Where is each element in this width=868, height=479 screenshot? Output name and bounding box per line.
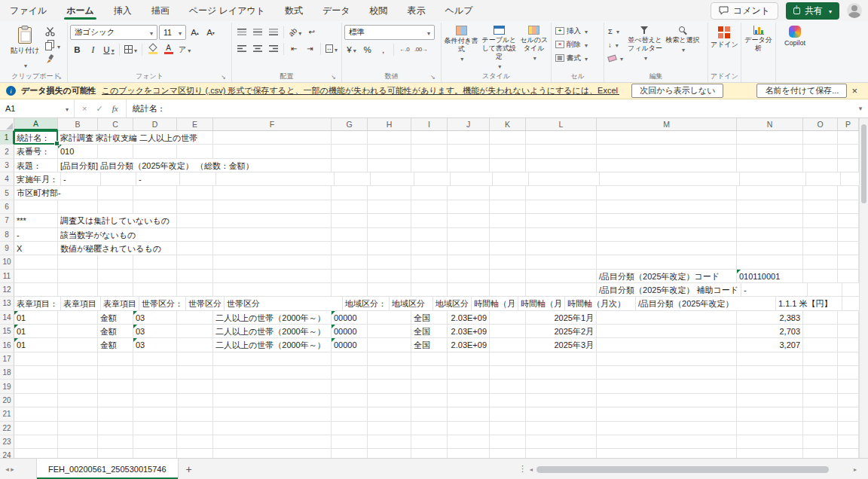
cell-K22[interactable]	[490, 422, 526, 435]
cell-I4[interactable]	[414, 172, 451, 186]
cell-N6[interactable]	[737, 200, 803, 214]
cell-K2[interactable]	[490, 145, 526, 158]
cell-E14[interactable]	[177, 311, 213, 325]
cell-N5[interactable]	[737, 186, 803, 200]
cell-O17[interactable]	[803, 352, 838, 366]
cell-C15[interactable]: 金額	[98, 325, 133, 338]
cell-G24[interactable]	[332, 449, 368, 458]
cell-A6[interactable]	[14, 200, 58, 214]
cell-E2[interactable]	[177, 145, 213, 158]
cell-F2[interactable]	[213, 145, 332, 158]
increase-decimal-button[interactable]: ←.0	[397, 42, 411, 56]
cell-H3[interactable]	[368, 159, 411, 172]
cell-I15[interactable]: 全国	[411, 325, 448, 338]
cell-K7[interactable]	[490, 214, 526, 227]
clear-button[interactable]	[607, 51, 625, 65]
cell-J20[interactable]	[448, 394, 490, 407]
cell-M14[interactable]	[597, 311, 737, 325]
hscroll-left-icon[interactable]: ◂	[527, 466, 535, 473]
cell-L24[interactable]	[526, 449, 597, 458]
cell-E16[interactable]	[177, 338, 213, 352]
cell-C17[interactable]	[98, 352, 133, 366]
column-header-A[interactable]: A	[14, 118, 58, 130]
cell-K1[interactable]	[490, 131, 526, 145]
cell-P19[interactable]	[838, 380, 859, 393]
cell-H18[interactable]	[368, 366, 411, 380]
align-left-button[interactable]	[234, 41, 249, 56]
column-header-N[interactable]: N	[737, 118, 803, 130]
cell-A20[interactable]	[14, 394, 58, 407]
cell-P9[interactable]	[838, 242, 859, 255]
cell-O6[interactable]	[803, 200, 838, 214]
cell-A24[interactable]	[14, 449, 58, 458]
delete-cells-button[interactable]: ×削除	[554, 38, 601, 51]
cell-L16[interactable]: 2025年3月	[526, 338, 597, 352]
cell-K23[interactable]	[490, 435, 526, 449]
cell-I23[interactable]	[411, 435, 448, 449]
cell-G12[interactable]	[332, 283, 368, 297]
cell-A13[interactable]: 表章項目：	[14, 297, 61, 310]
cell-B10[interactable]	[58, 255, 98, 269]
cell-D6[interactable]	[133, 200, 177, 214]
cell-B18[interactable]	[58, 366, 98, 380]
cell-E11[interactable]	[177, 270, 213, 283]
cell-K10[interactable]	[490, 255, 526, 269]
cell-J16[interactable]: 2.03E+09	[448, 338, 490, 352]
cell-K18[interactable]	[490, 366, 526, 380]
cell-N11[interactable]: 010110001	[737, 270, 803, 283]
cell-P8[interactable]	[838, 228, 859, 242]
cell-M7[interactable]	[597, 214, 737, 227]
close-warning-icon[interactable]: ×	[847, 85, 862, 96]
cell-L15[interactable]: 2025年2月	[526, 325, 597, 338]
cell-B12[interactable]	[58, 283, 98, 297]
sort-filter-button[interactable]: 並べ替えとフィルター	[625, 23, 665, 71]
row-header-22[interactable]: 22	[0, 422, 14, 435]
cell-J18[interactable]	[448, 366, 490, 380]
cell-G20[interactable]	[332, 394, 368, 407]
cell-K21[interactable]	[490, 407, 526, 421]
cell-M17[interactable]	[597, 352, 737, 366]
cell-O22[interactable]	[803, 422, 838, 435]
cell-J3[interactable]	[448, 159, 490, 172]
increase-indent-button[interactable]: ⇥	[303, 41, 317, 56]
cell-J4[interactable]	[451, 172, 493, 186]
cell-H16[interactable]	[368, 338, 411, 352]
cell-D19[interactable]	[133, 380, 177, 393]
cell-O24[interactable]	[803, 449, 838, 458]
cell-F22[interactable]	[213, 422, 332, 435]
cell-H8[interactable]	[368, 228, 411, 242]
cell-I8[interactable]	[411, 228, 448, 242]
format-cells-button[interactable]: ▦書式	[554, 51, 601, 65]
decrease-decimal-button[interactable]: .00→	[413, 42, 429, 56]
cell-C14[interactable]: 金額	[98, 311, 133, 325]
align-middle-button[interactable]	[250, 25, 264, 39]
cell-O15[interactable]	[803, 325, 838, 338]
cell-N16[interactable]: 3,207	[737, 338, 803, 352]
cell-K8[interactable]	[490, 228, 526, 242]
cell-O18[interactable]	[803, 366, 838, 380]
menu-tab-view[interactable]: 表示	[398, 0, 436, 21]
cell-B22[interactable]	[58, 422, 98, 435]
cell-J12[interactable]	[448, 283, 490, 297]
cell-B17[interactable]	[58, 352, 98, 366]
cell-F19[interactable]	[213, 380, 332, 393]
cell-K14[interactable]	[490, 311, 526, 325]
cell-M1[interactable]	[597, 131, 737, 145]
cell-E9[interactable]	[177, 242, 213, 255]
cell-L20[interactable]	[526, 394, 597, 407]
cell-D5[interactable]	[133, 186, 177, 200]
row-header-19[interactable]: 19	[0, 380, 14, 393]
cell-I2[interactable]	[411, 145, 448, 158]
cell-D11[interactable]	[133, 270, 177, 283]
cell-E4[interactable]	[180, 172, 216, 186]
cell-A23[interactable]	[14, 435, 58, 449]
cell-M19[interactable]	[597, 380, 737, 393]
cell-A18[interactable]	[14, 366, 58, 380]
paste-button[interactable]: 貼り付け	[7, 23, 43, 71]
cell-G16[interactable]: 00000	[332, 338, 368, 352]
cell-M10[interactable]	[597, 255, 737, 269]
cell-M20[interactable]	[597, 394, 737, 407]
cell-P3[interactable]	[838, 159, 859, 172]
cell-P20[interactable]	[838, 394, 859, 407]
cell-F7[interactable]	[213, 214, 332, 227]
